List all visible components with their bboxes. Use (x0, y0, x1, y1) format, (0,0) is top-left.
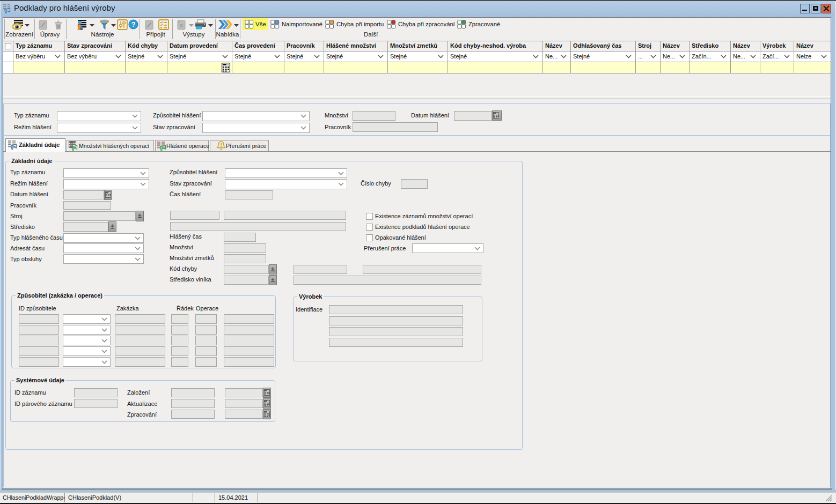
svg-text:?: ? (131, 21, 136, 28)
svg-text:x: x (180, 22, 184, 28)
